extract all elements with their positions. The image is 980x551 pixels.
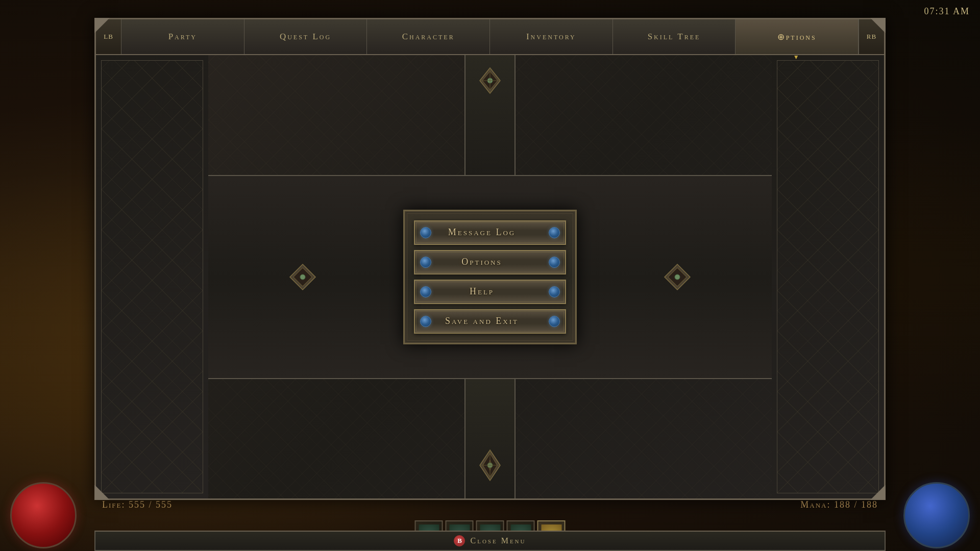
- options-label: Options: [436, 257, 527, 267]
- close-menu-text: Close Menu: [470, 536, 526, 545]
- mana-globe: [903, 482, 970, 548]
- panel-body: Message Log Options Help: [96, 55, 884, 498]
- btn-gem-1: [420, 227, 431, 238]
- message-log-label: Message Log: [436, 227, 527, 238]
- tab-party[interactable]: Party: [121, 19, 244, 54]
- tab-inventory[interactable]: Inventory: [490, 19, 613, 54]
- btn-gem-2: [549, 227, 560, 238]
- tab-skill-tree[interactable]: Skill Tree: [613, 19, 736, 54]
- btn-gem-4: [549, 257, 560, 268]
- save-exit-button[interactable]: Save and Exit: [414, 309, 566, 334]
- diamond-pattern-right: [777, 60, 879, 493]
- right-ornament: [662, 262, 693, 292]
- options-button[interactable]: Options: [414, 250, 566, 274]
- life-globe: [10, 482, 77, 548]
- tab-options[interactable]: ⊕ptions: [736, 19, 859, 54]
- mana-text: Mana: 188 / 188: [800, 499, 878, 510]
- options-dialog: Message Log Options Help: [403, 210, 577, 344]
- help-button[interactable]: Help: [414, 280, 566, 304]
- main-panel: LB Party Quest Log Character Inventory S…: [94, 18, 886, 500]
- status-bar: B Close Menu: [94, 531, 886, 551]
- cross-bottom: [208, 379, 772, 499]
- btn-gem-7: [420, 316, 431, 327]
- left-ornament: [287, 262, 318, 292]
- cross-middle: Message Log Options Help: [208, 175, 772, 379]
- center-cross: Message Log Options Help: [208, 55, 772, 498]
- btn-gem-8: [549, 316, 560, 327]
- close-menu-area: B Close Menu: [454, 535, 526, 546]
- bottom-ornament: [475, 447, 505, 488]
- btn-gem-3: [420, 257, 431, 268]
- btn-gem-5: [420, 286, 431, 297]
- b-button[interactable]: B: [454, 535, 465, 546]
- nav-bar: LB Party Quest Log Character Inventory S…: [96, 19, 884, 55]
- side-panel-left: [96, 55, 208, 498]
- save-exit-label: Save and Exit: [436, 316, 527, 327]
- life-text: Life: 555 / 555: [102, 499, 173, 510]
- help-label: Help: [436, 286, 527, 297]
- svg-point-7: [300, 274, 305, 280]
- time-display: 07:31 AM: [924, 6, 970, 17]
- diamond-pattern-left: [101, 60, 203, 493]
- btn-gem-6: [549, 286, 560, 297]
- top-ornament: [475, 65, 505, 106]
- cross-top: [208, 55, 772, 175]
- tab-quest-log[interactable]: Quest Log: [244, 19, 368, 54]
- tab-character[interactable]: Character: [367, 19, 490, 54]
- message-log-button[interactable]: Message Log: [414, 220, 566, 245]
- svg-point-10: [675, 274, 680, 280]
- side-panel-right: [772, 55, 884, 498]
